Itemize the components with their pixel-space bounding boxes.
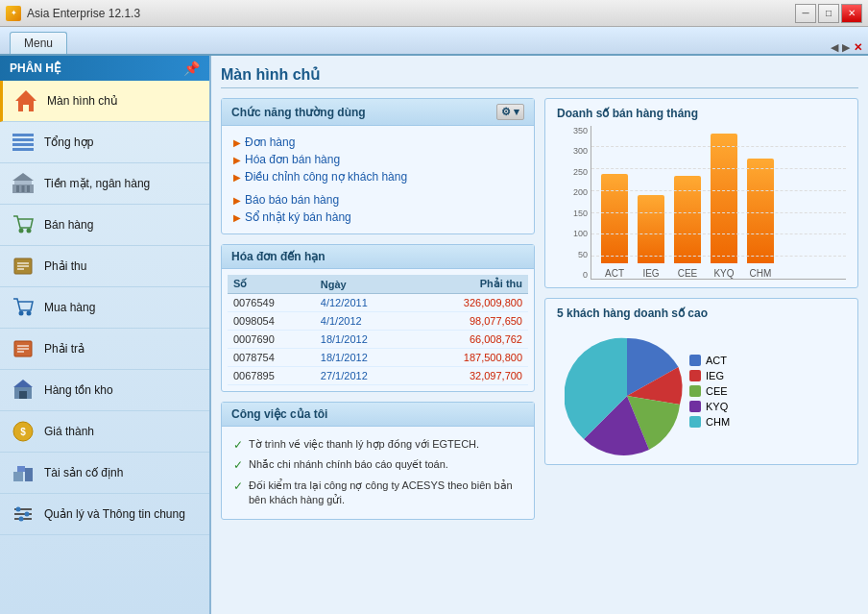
y-label-350: 350	[557, 126, 588, 135]
legend-color-ieg	[689, 370, 701, 381]
sidebar-item-phai-tra[interactable]: Phải trả	[0, 329, 209, 370]
sidebar-item-ban-hang[interactable]: Bán hàng	[0, 205, 209, 246]
legend-color-cee	[689, 385, 701, 397]
bar-group: IEG	[638, 195, 664, 279]
bar-chart-bars: ACT IEG CEE KYQ CHM	[591, 126, 846, 280]
grid-line-2	[591, 168, 846, 169]
page-title: Màn hình chủ	[221, 65, 858, 88]
arrow-icon-1: ▶	[233, 137, 241, 148]
quick-link-hoa-don[interactable]: ▶ Hóa đơn bán hàng	[233, 151, 522, 168]
bar-label: KYQ	[713, 268, 734, 279]
quick-link-label-3: Điều chỉnh công nợ khách hàng	[245, 170, 407, 184]
sidebar-label-tai-san: Tài sản cố định	[44, 466, 123, 479]
bar-label: CEE	[678, 268, 698, 279]
grid-line-1	[591, 146, 846, 147]
arrow-icon-3: ▶	[233, 172, 241, 183]
task-check-icon: ✓	[233, 479, 243, 493]
quick-link-so-nhat-ky[interactable]: ▶ Sổ nhật ký bán hàng	[233, 209, 522, 226]
quick-functions-header: Chức năng thường dùng ⚙ ▾	[222, 99, 534, 126]
svg-marker-0	[15, 90, 36, 111]
sidebar-header: PHÂN HỆ 📌	[0, 56, 209, 81]
maximize-button[interactable]: □	[818, 4, 839, 23]
bar-chart-title: Doanh số bán hàng tháng	[557, 107, 846, 120]
svg-rect-30	[17, 466, 25, 472]
quick-link-don-hang[interactable]: ▶ Đơn hàng	[233, 134, 522, 151]
quick-link-label-1: Đơn hàng	[245, 135, 295, 149]
bar	[747, 159, 774, 263]
right-column: Doanh số bán hàng tháng 350 300 250 200 …	[544, 98, 858, 520]
sidebar-item-quan-ly[interactable]: Quản lý và Thông tin chung	[0, 494, 209, 535]
pie-legend: ACT IEG CEE KYQ CHM	[689, 355, 730, 428]
col-header-ngay: Ngày	[315, 275, 412, 294]
tasks-body: ✓Tờ trình về việc thanh lý hợp đồng với …	[222, 427, 534, 519]
task-check-icon: ✓	[233, 458, 243, 472]
pie-chart-container: ACT IEG CEE KYQ CHM	[557, 326, 846, 456]
legend-label-chm: CHM	[706, 416, 730, 428]
sidebar-label-phai-thu: Phải thu	[44, 259, 86, 273]
invoice-ngay: 18/1/2012	[315, 331, 412, 349]
sidebar-title: PHÂN HỆ	[10, 61, 61, 75]
invoice-so: 0067895	[228, 367, 315, 385]
grid-line-3	[591, 190, 846, 191]
sidebar-item-mua-hang[interactable]: Mua hàng	[0, 287, 209, 329]
y-label-150: 150	[557, 209, 588, 218]
receivable-icon	[10, 253, 36, 280]
arrow-icon-2: ▶	[233, 155, 241, 165]
invoice-so: 0078754	[228, 349, 315, 367]
sidebar-item-phai-thu[interactable]: Phải thu	[0, 246, 209, 287]
quick-link-dieu-chinh[interactable]: ▶ Điều chỉnh công nợ khách hàng	[233, 168, 522, 185]
close-button[interactable]: ✕	[841, 4, 862, 23]
table-row: 0007690 18/1/2012 66,008,762	[228, 331, 528, 349]
invoices-table-header: Số Ngày Phải thu	[228, 275, 528, 294]
sidebar-item-hang-ton-kho[interactable]: Hàng tồn kho	[0, 370, 209, 411]
task-text: Tờ trình về việc thanh lý hợp đồng với E…	[249, 437, 479, 452]
sidebar-item-tong-hop[interactable]: Tổng hợp	[0, 122, 209, 163]
bar-label: IEG	[642, 268, 659, 279]
sidebar-item-tien-mat[interactable]: Tiền mặt, ngân hàng	[0, 163, 209, 205]
bar	[638, 195, 664, 263]
home-icon	[12, 87, 39, 114]
legend-item: IEG	[689, 370, 730, 381]
task-check-icon: ✓	[233, 438, 243, 452]
sidebar-pin-icon[interactable]: 📌	[183, 61, 200, 76]
legend-label-cee: CEE	[706, 385, 728, 397]
legend-label-kyq: KYQ	[706, 401, 728, 412]
app-title: Asia Enterprise 12.1.3	[27, 7, 140, 20]
sidebar-label-tien-mat: Tiền mặt, ngân hàng	[44, 177, 150, 190]
sidebar-label-man-hinh-chu: Màn hình chủ	[47, 94, 118, 108]
nav-left-icon[interactable]: ◀	[831, 41, 838, 54]
minimize-button[interactable]: ─	[795, 4, 816, 23]
bar-label: ACT	[605, 268, 624, 279]
y-axis: 350 300 250 200 150 100 50 0	[557, 126, 588, 280]
grid-line-6	[591, 256, 846, 257]
nav-right-icon[interactable]: ▶	[842, 41, 850, 54]
window-controls[interactable]: ─ □ ✕	[795, 4, 862, 23]
tab-menu[interactable]: Menu	[10, 32, 67, 54]
invoices-body: Số Ngày Phải thu 0076549 4/12/2011 326,0…	[222, 269, 534, 391]
y-label-50: 50	[557, 250, 588, 259]
bar-chart-panel: Doanh số bán hàng tháng 350 300 250 200 …	[544, 98, 858, 288]
invoice-ngay: 18/1/2012	[315, 349, 412, 367]
bar-group: KYQ	[711, 134, 737, 279]
pie-chart-panel: 5 khách hàng doanh số cao	[544, 298, 858, 465]
sidebar-item-tai-san[interactable]: Tài sản cố định	[0, 453, 209, 494]
tab-area: Menu ◀ ▶ ✕	[0, 27, 868, 56]
svg-point-34	[16, 507, 21, 512]
bar-label: CHM	[750, 268, 772, 279]
legend-label-ieg: IEG	[706, 370, 724, 381]
quick-link-bao-cao[interactable]: ▶ Báo báo bán hàng	[233, 191, 522, 209]
tab-close-icon[interactable]: ✕	[854, 41, 862, 54]
svg-rect-1	[12, 134, 34, 136]
sidebar-item-man-hinh-chu[interactable]: Màn hình chủ	[0, 81, 209, 122]
settings-gear-button[interactable]: ⚙ ▾	[496, 104, 524, 120]
table-row: 0098054 4/1/2012 98,077,650	[228, 312, 528, 331]
bank-icon	[10, 170, 36, 197]
table-row: 0078754 18/1/2012 187,500,800	[228, 349, 528, 367]
bar-group: CHM	[747, 159, 774, 279]
sidebar-item-gia-thanh[interactable]: $ Giá thành	[0, 411, 209, 453]
y-label-250: 250	[557, 167, 588, 177]
legend-label-act: ACT	[706, 355, 727, 366]
payable-icon	[10, 335, 36, 362]
bar-group: CEE	[674, 176, 701, 279]
quick-link-label-2: Hóa đơn bán hàng	[245, 153, 340, 166]
